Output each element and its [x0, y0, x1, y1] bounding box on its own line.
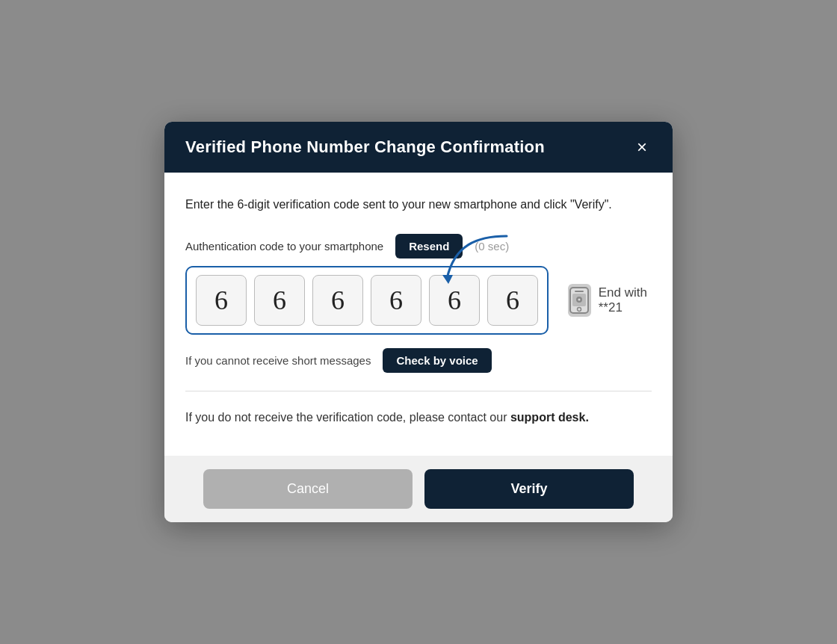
code-digit-4[interactable]: 6 — [371, 275, 421, 326]
code-digit-2[interactable]: 6 — [254, 275, 305, 326]
modal-footer: Cancel Verify — [164, 456, 673, 522]
device-end-label: End with **21 — [599, 285, 652, 315]
auth-code-label: Authentication code to your smartphone — [185, 240, 383, 253]
support-desk-link[interactable]: support desk. — [510, 411, 589, 424]
code-inputs-group: 6 6 6 6 6 6 — [185, 266, 549, 335]
check-by-voice-button[interactable]: Check by voice — [383, 348, 491, 373]
code-digit-3[interactable]: 6 — [312, 275, 363, 326]
modal-dialog: Verified Phone Number Change Confirmatio… — [164, 122, 673, 522]
cancel-button[interactable]: Cancel — [203, 469, 413, 509]
svg-point-6 — [578, 298, 581, 300]
auth-label-row: Authentication code to your smartphone R… — [185, 234, 652, 258]
modal-overlay: Verified Phone Number Change Confirmatio… — [0, 0, 837, 644]
svg-rect-2 — [575, 291, 584, 292]
device-icon — [568, 284, 591, 317]
verify-button[interactable]: Verify — [424, 469, 634, 509]
code-digit-6[interactable]: 6 — [487, 275, 538, 326]
divider — [185, 391, 652, 391]
code-digit-1[interactable]: 6 — [196, 275, 247, 326]
instruction-text: Enter the 6-digit verification code sent… — [185, 195, 652, 214]
support-text-before: If you do not receive the verification c… — [185, 411, 510, 424]
timer-text: (0 sec) — [475, 240, 509, 253]
support-text: If you do not receive the verification c… — [185, 408, 652, 433]
device-info: End with **21 — [568, 284, 652, 317]
code-device-row: 6 6 6 6 6 6 — [185, 266, 652, 335]
modal-title: Verified Phone Number Change Confirmatio… — [185, 137, 545, 157]
code-digit-5[interactable]: 6 — [429, 275, 480, 326]
modal-body: Enter the 6-digit verification code sent… — [164, 173, 673, 433]
close-button[interactable]: × — [632, 137, 652, 158]
sms-row: If you cannot receive short messages Che… — [185, 348, 652, 373]
modal-header: Verified Phone Number Change Confirmatio… — [164, 122, 673, 173]
resend-button[interactable]: Resend — [395, 234, 463, 258]
sms-text: If you cannot receive short messages — [185, 354, 371, 367]
